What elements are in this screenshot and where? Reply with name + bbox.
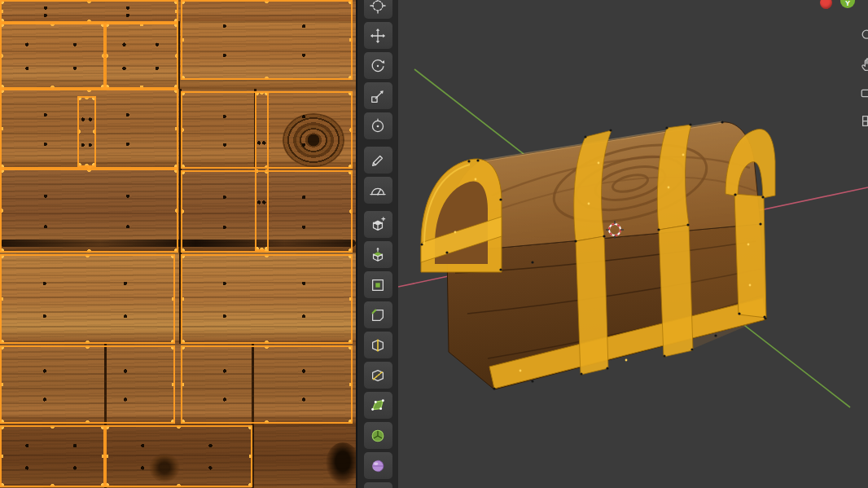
perspective-icon bbox=[860, 113, 868, 133]
chest-model[interactable] bbox=[420, 121, 775, 389]
pan-icon bbox=[860, 56, 868, 76]
uv-island[interactable] bbox=[77, 96, 96, 167]
cursor-icon bbox=[370, 0, 386, 14]
inset-icon bbox=[370, 277, 386, 293]
uv-island[interactable] bbox=[0, 345, 175, 424]
bevel-icon bbox=[370, 307, 386, 323]
knife-icon bbox=[370, 367, 386, 384]
transform-icon bbox=[370, 118, 386, 134]
uv-island[interactable] bbox=[181, 254, 353, 344]
tool-add-cube[interactable] bbox=[364, 211, 392, 238]
tool-list bbox=[357, 0, 398, 488]
uv-island[interactable] bbox=[105, 23, 178, 89]
tool-transform[interactable] bbox=[364, 112, 392, 139]
tool-bevel[interactable] bbox=[364, 301, 392, 328]
nav-controls bbox=[857, 27, 868, 134]
tool-knife[interactable] bbox=[364, 362, 392, 389]
tool-smooth[interactable] bbox=[364, 452, 392, 479]
tool-annotate[interactable] bbox=[364, 147, 392, 174]
tool-edge-slide[interactable] bbox=[364, 482, 392, 488]
tool-move[interactable] bbox=[364, 22, 392, 49]
uv-image-editor[interactable] bbox=[0, 0, 356, 488]
uv-island[interactable] bbox=[0, 425, 105, 487]
loop-cut-icon bbox=[370, 337, 386, 354]
uv-island[interactable] bbox=[181, 345, 353, 424]
pan-button[interactable] bbox=[857, 55, 868, 77]
move-icon bbox=[370, 28, 386, 44]
tool-scale[interactable] bbox=[364, 82, 392, 109]
blender-window: Y bbox=[0, 0, 868, 488]
gizmo-y-label: Y bbox=[845, 0, 850, 7]
uv-island[interactable] bbox=[0, 0, 178, 23]
smooth-icon bbox=[370, 458, 386, 474]
viewport-canvas bbox=[398, 0, 868, 488]
camera-view-button[interactable] bbox=[857, 84, 868, 105]
uv-island[interactable] bbox=[181, 0, 353, 80]
tool-poly-build[interactable] bbox=[364, 392, 392, 419]
add-cube-icon bbox=[370, 217, 386, 233]
viewport-3d[interactable]: Y bbox=[398, 0, 868, 488]
uv-island[interactable] bbox=[0, 254, 175, 344]
spin-icon bbox=[370, 428, 386, 444]
uv-island[interactable] bbox=[105, 425, 252, 487]
uv-overlay bbox=[0, 0, 356, 488]
tool-rotate[interactable] bbox=[364, 52, 392, 79]
uv-island[interactable] bbox=[0, 23, 105, 89]
tool-inset-faces[interactable] bbox=[364, 271, 392, 298]
scale-icon bbox=[370, 88, 386, 104]
annotate-icon bbox=[370, 152, 386, 169]
rotate-icon bbox=[370, 58, 386, 74]
uv-island[interactable] bbox=[0, 169, 178, 253]
extrude-icon bbox=[370, 247, 386, 263]
perspective-button[interactable] bbox=[857, 112, 868, 134]
tool-spin[interactable] bbox=[364, 422, 392, 449]
measure-icon bbox=[370, 182, 386, 199]
uv-island[interactable] bbox=[181, 170, 353, 253]
tool-cursor[interactable] bbox=[364, 0, 392, 19]
camera-view-icon bbox=[860, 85, 868, 104]
tool-measure[interactable] bbox=[364, 177, 392, 204]
tool-loop-cut[interactable] bbox=[364, 332, 392, 358]
toolbar bbox=[356, 0, 398, 488]
tool-extrude-region[interactable] bbox=[364, 241, 392, 268]
zoom-button[interactable] bbox=[857, 27, 868, 48]
poly-build-icon bbox=[370, 398, 386, 414]
chest-left-endcap-selected bbox=[421, 159, 502, 272]
zoom-icon bbox=[860, 28, 868, 47]
